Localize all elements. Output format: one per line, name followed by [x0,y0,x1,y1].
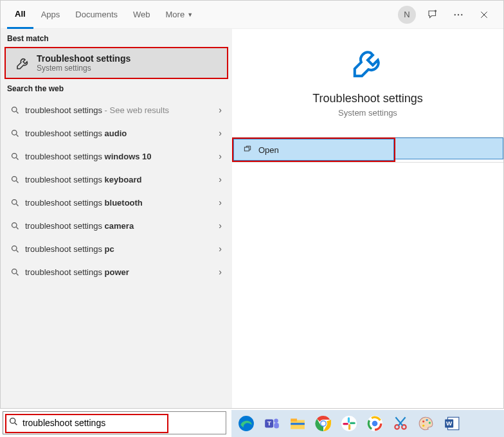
taskbar-slack-icon[interactable] [338,413,360,434]
tab-bar: All Apps Documents Web More▼ N [1,1,503,29]
detail-subtitle: System settings [338,108,397,118]
taskbar-explorer-icon[interactable] [287,413,309,434]
more-options-icon[interactable] [448,4,469,25]
search-icon [7,244,22,254]
best-match-heading: Best match [1,29,232,47]
taskbar-chrome2-icon[interactable] [364,413,386,434]
search-icon [7,221,22,231]
svg-point-37 [422,420,424,422]
svg-rect-20 [291,418,297,421]
svg-rect-28 [348,424,350,430]
open-label: Open [258,145,279,155]
web-result-label: troubleshoot settings bluetooth [22,198,215,208]
svg-point-8 [12,199,17,204]
taskbar-snip-icon[interactable] [390,413,411,434]
web-result-label: troubleshoot settings power [22,267,215,277]
web-result-label: troubleshoot settings audio [22,129,215,138]
tab-apps[interactable]: Apps [33,1,68,29]
search-input[interactable] [22,412,221,434]
svg-rect-18 [274,423,279,429]
svg-point-14 [239,416,254,431]
web-result-item[interactable]: troubleshoot settings - See web results› [1,98,232,121]
web-result-item[interactable]: troubleshoot settings bluetooth› [1,191,232,214]
wrench-icon [14,55,33,71]
web-result-item[interactable]: troubleshoot settings keyboard› [1,168,232,191]
svg-rect-21 [291,423,305,425]
best-match-title: Troubleshoot settings [37,53,130,64]
web-result-label: troubleshoot settings pc [22,244,215,254]
svg-point-4 [12,107,17,112]
svg-point-34 [372,421,378,427]
svg-text:T: T [267,420,271,427]
feedback-icon[interactable] [422,4,443,25]
user-avatar[interactable]: N [397,4,417,25]
taskbar-teams-icon[interactable]: T [261,413,283,434]
tab-documents[interactable]: Documents [68,1,125,29]
svg-point-11 [12,269,17,274]
detail-pane: Troubleshoot settings System settings Op… [232,29,503,408]
web-result-item[interactable]: troubleshoot settings pc› [1,237,232,260]
search-icon [7,105,22,115]
svg-point-9 [12,222,17,227]
tab-web[interactable]: Web [125,1,158,29]
svg-point-10 [12,245,17,251]
chevron-right-icon[interactable]: › [215,267,226,277]
open-button[interactable]: Open [233,139,394,161]
svg-point-7 [12,176,17,181]
search-web-heading: Search the web [1,79,232,97]
svg-point-40 [422,425,424,427]
chevron-right-icon[interactable]: › [215,105,226,115]
svg-point-1 [455,13,456,15]
tab-more[interactable]: More▼ [158,1,201,29]
search-icon [7,198,22,208]
svg-point-13 [10,418,15,424]
search-bar[interactable] [3,411,226,434]
svg-rect-29 [343,423,348,425]
svg-rect-27 [350,422,356,424]
taskbar-chrome-icon[interactable] [312,413,334,434]
svg-point-0 [435,10,437,12]
search-icon [7,267,22,277]
close-icon[interactable] [474,4,494,25]
chevron-right-icon[interactable]: › [215,151,226,161]
taskbar-paint-icon[interactable] [415,413,437,434]
chevron-right-icon[interactable]: › [215,197,226,208]
search-icon [7,129,22,138]
best-match-item[interactable]: Troubleshoot settings System settings [4,47,228,79]
tab-all[interactable]: All [7,1,33,29]
search-icon [8,416,19,429]
svg-point-3 [461,13,462,15]
chevron-right-icon[interactable]: › [215,174,226,184]
wrench-icon [350,46,385,83]
search-panel: All Apps Documents Web More▼ N Best matc… [0,0,504,409]
chevron-right-icon[interactable]: › [215,244,226,254]
search-icon [7,175,22,184]
svg-point-39 [429,422,431,424]
svg-point-24 [321,421,325,425]
taskbar-word-icon[interactable]: W [441,413,463,434]
chevron-down-icon: ▼ [187,12,193,18]
svg-point-2 [458,13,459,15]
results-list: Best match Troubleshoot settings System … [1,29,232,408]
svg-point-38 [426,419,428,421]
web-result-item[interactable]: troubleshoot settings audio› [1,121,232,145]
svg-point-6 [12,153,17,158]
detail-title: Troubleshoot settings [312,92,422,105]
open-icon [243,145,252,156]
search-icon [7,152,22,161]
open-button-extension[interactable] [395,138,503,159]
taskbar-edge-icon[interactable] [235,413,257,434]
web-result-item[interactable]: troubleshoot settings camera› [1,214,232,237]
taskbar: T W [231,410,504,437]
svg-rect-26 [348,417,350,423]
chevron-right-icon[interactable]: › [215,220,226,231]
web-result-item[interactable]: troubleshoot settings windows 10› [1,145,232,168]
svg-point-5 [12,130,17,135]
web-result-item[interactable]: troubleshoot settings power› [1,260,232,283]
svg-text:W: W [446,420,453,427]
svg-rect-12 [244,147,249,151]
web-result-label: troubleshoot settings windows 10 [22,152,215,161]
chevron-right-icon[interactable]: › [215,128,226,138]
best-match-subtitle: System settings [37,64,130,73]
web-result-label: troubleshoot settings camera [22,221,215,231]
